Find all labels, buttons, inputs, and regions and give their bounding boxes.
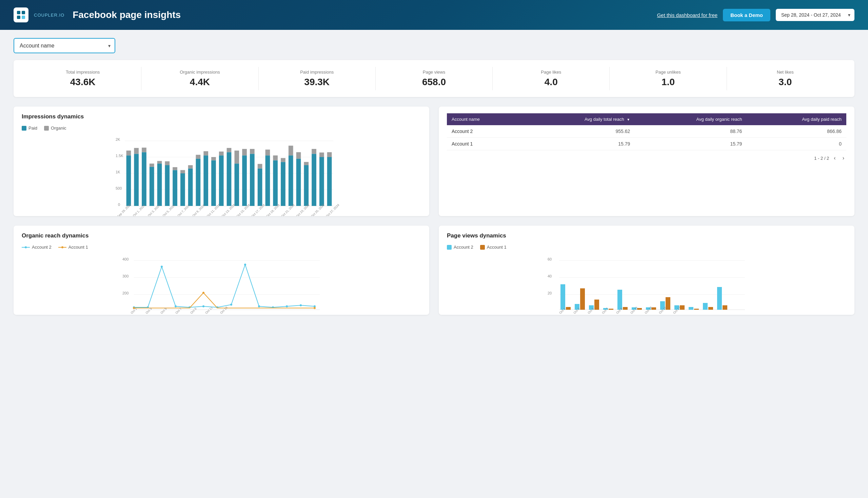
svg-rect-22 xyxy=(157,163,162,206)
svg-rect-27 xyxy=(173,167,177,170)
table-pagination: 1 - 2 / 2 ‹ › xyxy=(447,154,846,162)
svg-rect-29 xyxy=(181,170,185,173)
svg-text:20: 20 xyxy=(548,291,552,295)
svg-rect-147 xyxy=(717,287,722,310)
page-views-section: Page views dynamics Account 2 Account 1 … xyxy=(439,226,854,315)
svg-rect-45 xyxy=(242,149,247,155)
impressions-bar-chart: 2K 1.5K 1K 500 0 Sep 29, 2024Oct 1, 2024… xyxy=(22,135,421,209)
svg-rect-42 xyxy=(234,163,239,206)
svg-rect-67 xyxy=(327,152,332,157)
svg-rect-40 xyxy=(227,152,231,206)
svg-rect-33 xyxy=(196,155,201,159)
svg-rect-47 xyxy=(250,149,255,154)
svg-rect-23 xyxy=(157,161,162,164)
svg-rect-133 xyxy=(617,290,622,310)
legend-pv-account2: Account 2 xyxy=(447,245,473,250)
reach-table: Account name Avg daily total reach ▼ Avg… xyxy=(447,113,846,150)
svg-rect-52 xyxy=(273,160,278,206)
svg-rect-41 xyxy=(227,148,231,152)
svg-text:60: 60 xyxy=(548,257,552,261)
col-account-name[interactable]: Account name xyxy=(447,113,523,125)
svg-text:400: 400 xyxy=(122,257,129,261)
svg-rect-20 xyxy=(149,167,154,206)
svg-rect-15 xyxy=(126,150,131,155)
svg-rect-50 xyxy=(266,155,270,206)
svg-rect-35 xyxy=(203,151,208,155)
get-dashboard-link[interactable]: Get this dashboard for free xyxy=(657,12,718,18)
account-name-cell: Account 2 xyxy=(447,125,523,138)
svg-rect-18 xyxy=(142,152,146,206)
svg-point-97 xyxy=(175,305,177,307)
svg-point-96 xyxy=(161,266,163,268)
svg-text:1.5K: 1.5K xyxy=(116,154,123,158)
col-avg-paid-reach[interactable]: Avg daily paid reach xyxy=(747,113,846,125)
svg-text:Oct 13: Oct 13 xyxy=(644,306,653,315)
col-avg-total-reach[interactable]: Avg daily total reach ▼ xyxy=(523,113,635,125)
col-avg-organic-reach[interactable]: Avg daily organic reach xyxy=(635,113,747,125)
page-views-chart: 60 40 20 xyxy=(447,254,846,308)
svg-rect-130 xyxy=(595,300,599,310)
svg-rect-30 xyxy=(188,169,193,206)
legend-organic-color xyxy=(44,126,49,131)
svg-rect-56 xyxy=(289,155,293,206)
svg-text:Oct 13: Oct 13 xyxy=(219,306,228,315)
book-demo-button[interactable]: Book a Demo xyxy=(723,9,770,21)
svg-rect-37 xyxy=(211,157,216,160)
svg-rect-132 xyxy=(609,309,613,310)
organic-reach-section: Organic reach dynamics Account 2 Account… xyxy=(14,226,429,315)
svg-text:40: 40 xyxy=(548,274,552,278)
metric-total-impressions: Total impressions 43.6K xyxy=(24,67,142,90)
coupler-logo xyxy=(14,8,28,22)
svg-rect-44 xyxy=(242,155,247,206)
svg-text:Oct 9: Oct 9 xyxy=(189,307,197,314)
svg-rect-58 xyxy=(296,159,301,206)
svg-rect-43 xyxy=(234,150,239,163)
account-filter-select[interactable]: Account name xyxy=(14,38,115,53)
legend-organic: Organic xyxy=(44,126,66,131)
svg-rect-60 xyxy=(304,165,309,206)
page-title: Facebook page insights xyxy=(72,10,181,21)
svg-rect-57 xyxy=(289,145,293,155)
svg-rect-46 xyxy=(250,154,255,206)
impressions-legend: Paid Organic xyxy=(22,126,421,131)
date-range-select[interactable]: Sep 28, 2024 - Oct 27, 2024 xyxy=(776,9,854,21)
svg-text:0: 0 xyxy=(118,202,120,207)
svg-rect-14 xyxy=(126,155,131,206)
charts-bottom-row: Organic reach dynamics Account 2 Account… xyxy=(14,226,854,315)
metrics-row: Total impressions 43.6K Organic impressi… xyxy=(14,60,854,97)
organic-reach-cell: 15.79 xyxy=(635,138,747,150)
svg-rect-134 xyxy=(623,307,628,310)
svg-rect-39 xyxy=(219,152,224,156)
svg-rect-48 xyxy=(258,169,263,206)
svg-rect-0 xyxy=(17,11,21,14)
next-page-button[interactable]: › xyxy=(841,154,846,162)
svg-point-110 xyxy=(313,307,316,309)
account-filter-wrapper: Account name xyxy=(14,38,115,53)
metric-page-views: Page views 658.0 xyxy=(376,67,493,90)
svg-rect-49 xyxy=(258,164,263,168)
page-views-title: Page views dynamics xyxy=(447,232,846,239)
prev-page-button[interactable]: ‹ xyxy=(832,154,838,162)
table-row: Account 2 955.62 88.76 866.86 xyxy=(447,125,846,138)
svg-rect-55 xyxy=(281,158,285,162)
main-content: Account name Total impressions 43.6K Org… xyxy=(0,30,868,323)
svg-rect-16 xyxy=(134,154,139,206)
svg-rect-63 xyxy=(311,149,316,154)
svg-point-109 xyxy=(202,292,204,294)
svg-point-102 xyxy=(244,264,246,266)
svg-text:300: 300 xyxy=(122,274,129,278)
svg-rect-148 xyxy=(723,305,727,310)
svg-rect-53 xyxy=(273,155,278,160)
organic-reach-cell: 88.76 xyxy=(635,125,747,138)
svg-point-103 xyxy=(258,305,260,307)
svg-point-86 xyxy=(62,246,63,248)
svg-rect-59 xyxy=(296,152,301,159)
svg-rect-36 xyxy=(211,160,216,206)
svg-rect-21 xyxy=(149,163,154,167)
organic-reach-title: Organic reach dynamics xyxy=(22,232,421,239)
legend-account1-line: Account 1 xyxy=(58,245,88,250)
svg-point-99 xyxy=(202,305,204,307)
impressions-chart-title: Impressions dynamics xyxy=(22,113,421,120)
legend-paid-color xyxy=(22,126,26,131)
legend-pv-account1: Account 1 xyxy=(480,245,507,250)
